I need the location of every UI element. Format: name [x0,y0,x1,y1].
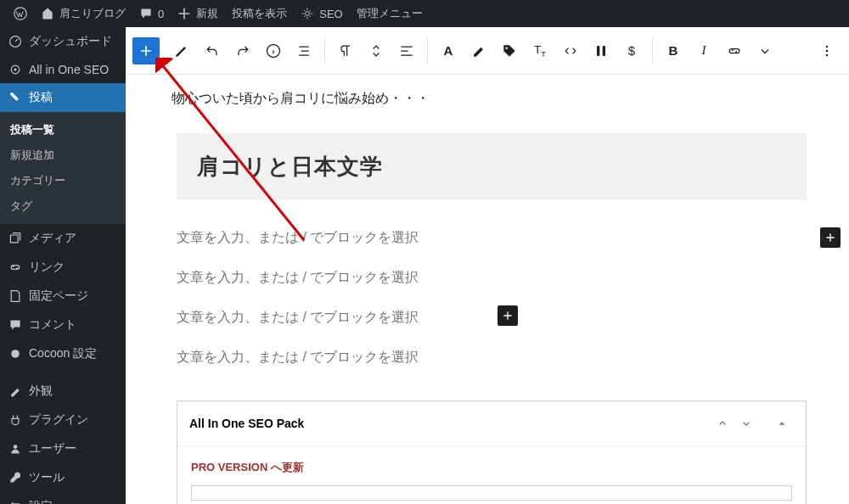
text-color-button[interactable]: A [433,36,464,66]
placeholder-text: 文章を入力、または / でブロックを選択 [177,230,419,244]
transform-button[interactable] [361,36,391,66]
bold-button[interactable]: B [658,36,689,66]
svg-point-13 [826,49,829,52]
paragraph-block-1[interactable]: 文章を入力、または / でブロックを選択 [177,221,807,255]
tag-button[interactable] [494,36,525,66]
placeholder-text: 文章を入力、または / でブロックを選択 [177,350,419,364]
pro-input[interactable] [191,485,792,501]
font-size-button[interactable]: TT [525,36,555,66]
sidebar-settings[interactable]: 設定 [0,492,126,504]
svg-rect-10 [597,46,599,56]
options-button[interactable] [812,36,842,66]
metabox-down-button[interactable] [734,412,758,435]
sub-posts-cat[interactable]: カテゴリー [0,168,126,193]
heading-block[interactable]: 肩コリと日本文学 [177,133,807,200]
sub-posts-tag[interactable]: タグ [0,193,126,219]
sidebar-tools[interactable]: ツール [0,463,126,492]
metabox-up-button[interactable] [711,412,734,435]
sidebar-aioseo[interactable]: All in One SEO [0,56,126,83]
currency-button[interactable]: $ [616,36,647,66]
paragraph-block-4[interactable]: 文章を入力、または / でブロックを選択 [177,340,807,375]
admin-sidebar: ダッシュボード All in One SEO 投稿 投稿一覧 新規追加 カテゴリ… [0,27,126,504]
intro-paragraph[interactable]: 物心ついた頃から肩コリに悩み始め・・・ [171,83,807,133]
paragraph-button[interactable] [330,36,361,66]
sidebar-posts[interactable]: 投稿 [0,83,126,112]
svg-point-0 [14,8,26,20]
add-block-button[interactable] [132,37,160,64]
add-block-mid-button[interactable] [498,305,518,326]
info-button[interactable] [258,36,289,66]
highlight-button[interactable] [464,36,494,66]
svg-point-4 [14,68,16,70]
link-button[interactable] [719,36,750,66]
pro-version-link[interactable]: PRO VERSION へ更新 [191,460,792,475]
code-button[interactable] [555,36,586,66]
sidebar-link[interactable]: リンク [0,253,126,282]
undo-button[interactable] [197,36,228,66]
sidebar-media[interactable]: メディア [0,224,126,253]
site-name[interactable]: 肩こりブログ [34,0,132,27]
posts-submenu: 投稿一覧 新規追加 カテゴリー タグ [0,112,126,224]
sidebar-comments[interactable]: コメント [0,311,126,339]
paragraph-block-2[interactable]: 文章を入力、または / でブロックを選択 [177,260,807,295]
edit-mode-button[interactable] [166,36,197,66]
svg-point-14 [826,53,829,56]
italic-button[interactable]: I [689,36,719,66]
outline-button[interactable] [289,36,319,66]
comments-count[interactable]: 0 [132,0,171,27]
block-editor[interactable]: 物心ついた頃から肩コリに悩み始め・・・ 肩コリと日本文学 文章を入力、または /… [126,75,849,504]
sidebar-cocoon[interactable]: Cocoon 設定 [0,339,126,368]
more-rich-button[interactable] [750,36,780,66]
comments-value: 0 [158,8,164,20]
new-label: 新規 [196,6,218,21]
sub-posts-add[interactable]: 新規追加 [0,143,126,168]
svg-point-1 [306,12,310,16]
admin-menu[interactable]: 管理メニュー [350,0,430,27]
svg-point-12 [826,45,829,48]
editor-toolbar: A TT $ B I [126,27,849,75]
svg-rect-11 [603,46,605,56]
metabox-title: All In One SEO Pack [189,417,711,430]
view-post[interactable]: 投稿を表示 [225,0,294,27]
paragraph-block-3[interactable]: 文章を入力、または / でブロックを選択 [177,300,807,335]
seo-label: SEO [319,8,342,20]
site-label: 肩こりブログ [59,6,126,21]
sidebar-dashboard[interactable]: ダッシュボード [0,27,126,56]
align-button[interactable] [391,36,422,66]
sub-posts-list[interactable]: 投稿一覧 [0,117,126,143]
svg-point-5 [11,350,20,358]
editor-main: A TT $ B I 物心ついた頃から肩コリに悩み始め・・・ 肩コリと日本文学 … [126,27,849,504]
placeholder-text: 文章を入力、または / でブロックを選択 [177,310,419,324]
add-block-inline-button[interactable] [820,227,841,248]
metabox-toggle-button[interactable] [770,412,794,435]
sidebar-appearance[interactable]: 外観 [0,377,126,406]
svg-point-9 [505,47,508,49]
placeholder-text: 文章を入力、または / でブロックを選択 [177,270,419,284]
sidebar-users[interactable]: ユーザー [0,434,126,463]
svg-point-6 [14,445,18,449]
aioseo-metabox: All In One SEO Pack PRO VERSION へ更新 [177,400,807,504]
format-button[interactable] [586,36,616,66]
wp-logo[interactable] [7,0,34,27]
sidebar-plugins[interactable]: プラグイン [0,406,126,434]
sidebar-pages[interactable]: 固定ページ [0,282,126,311]
new-content[interactable]: 新規 [171,0,225,27]
seo-menu[interactable]: SEO [294,0,349,27]
redo-button[interactable] [228,36,258,66]
heading-text[interactable]: 肩コリと日本文学 [197,152,786,182]
